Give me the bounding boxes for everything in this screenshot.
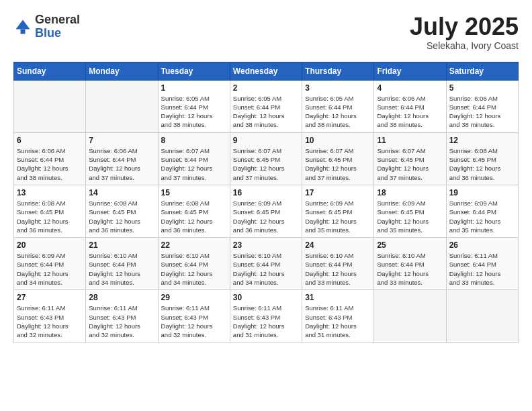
calendar-cell: 15 Sunrise: 6:08 AMSunset: 6:45 PMDaylig… xyxy=(158,185,230,237)
day-number: 27 xyxy=(17,293,83,302)
day-number: 20 xyxy=(17,240,83,250)
weekday-header-sunday: Sunday xyxy=(14,62,86,80)
calendar-cell: 20 Sunrise: 6:09 AMSunset: 6:44 PMDaylig… xyxy=(14,238,86,290)
page-header: General Blue July 2025 Selekaha, Ivory C… xyxy=(13,13,519,51)
day-info: Sunrise: 6:11 AMSunset: 6:43 PMDaylight:… xyxy=(161,304,213,338)
weekday-header-wednesday: Wednesday xyxy=(230,62,302,80)
day-info: Sunrise: 6:06 AMSunset: 6:44 PMDaylight:… xyxy=(377,95,429,129)
day-info: Sunrise: 6:08 AMSunset: 6:45 PMDaylight:… xyxy=(17,199,69,234)
calendar-cell: 5 Sunrise: 6:06 AMSunset: 6:44 PMDayligh… xyxy=(446,80,518,132)
day-info: Sunrise: 6:10 AMSunset: 6:44 PMDaylight:… xyxy=(305,252,357,286)
day-number: 8 xyxy=(161,136,227,145)
day-info: Sunrise: 6:10 AMSunset: 6:44 PMDaylight:… xyxy=(377,252,429,286)
calendar-cell xyxy=(374,290,446,342)
day-number: 4 xyxy=(377,83,443,93)
calendar-cell: 16 Sunrise: 6:09 AMSunset: 6:45 PMDaylig… xyxy=(230,185,302,237)
logo-blue: Blue xyxy=(35,26,61,40)
calendar-cell: 1 Sunrise: 6:05 AMSunset: 6:44 PMDayligh… xyxy=(158,80,230,132)
logo-icon xyxy=(13,17,32,36)
calendar-cell: 3 Sunrise: 6:05 AMSunset: 6:44 PMDayligh… xyxy=(302,80,374,132)
day-number: 1 xyxy=(161,83,227,93)
day-number: 24 xyxy=(305,240,371,250)
calendar-week-2: 6 Sunrise: 6:06 AMSunset: 6:44 PMDayligh… xyxy=(14,132,519,185)
day-number: 29 xyxy=(161,293,227,302)
weekday-header-thursday: Thursday xyxy=(302,62,374,80)
day-number: 12 xyxy=(449,136,515,145)
calendar-cell: 24 Sunrise: 6:10 AMSunset: 6:44 PMDaylig… xyxy=(302,238,374,290)
day-info: Sunrise: 6:07 AMSunset: 6:45 PMDaylight:… xyxy=(377,147,429,181)
svg-marker-0 xyxy=(16,19,30,29)
calendar-cell xyxy=(86,80,158,132)
day-info: Sunrise: 6:06 AMSunset: 6:44 PMDaylight:… xyxy=(89,147,140,181)
calendar-cell: 27 Sunrise: 6:11 AMSunset: 6:43 PMDaylig… xyxy=(14,290,86,342)
logo-general: General xyxy=(35,13,80,26)
calendar-cell: 17 Sunrise: 6:09 AMSunset: 6:45 PMDaylig… xyxy=(302,185,374,237)
day-number: 5 xyxy=(449,83,515,93)
day-info: Sunrise: 6:11 AMSunset: 6:43 PMDaylight:… xyxy=(89,304,140,338)
day-number: 25 xyxy=(377,240,443,250)
calendar-cell: 13 Sunrise: 6:08 AMSunset: 6:45 PMDaylig… xyxy=(14,185,86,237)
day-number: 17 xyxy=(305,188,371,197)
day-number: 9 xyxy=(233,136,299,145)
day-info: Sunrise: 6:09 AMSunset: 6:45 PMDaylight:… xyxy=(377,199,429,234)
calendar-cell: 21 Sunrise: 6:10 AMSunset: 6:44 PMDaylig… xyxy=(86,238,158,290)
day-info: Sunrise: 6:06 AMSunset: 6:44 PMDaylight:… xyxy=(17,147,69,181)
calendar-cell: 11 Sunrise: 6:07 AMSunset: 6:45 PMDaylig… xyxy=(374,132,446,185)
day-number: 22 xyxy=(161,240,227,250)
calendar-cell: 14 Sunrise: 6:08 AMSunset: 6:45 PMDaylig… xyxy=(86,185,158,237)
day-info: Sunrise: 6:07 AMSunset: 6:45 PMDaylight:… xyxy=(305,147,357,181)
day-number: 23 xyxy=(233,240,299,250)
day-info: Sunrise: 6:10 AMSunset: 6:44 PMDaylight:… xyxy=(89,252,140,286)
day-number: 10 xyxy=(305,136,371,145)
day-number: 19 xyxy=(449,188,515,197)
day-info: Sunrise: 6:10 AMSunset: 6:44 PMDaylight:… xyxy=(161,252,213,286)
calendar-cell: 31 Sunrise: 6:11 AMSunset: 6:43 PMDaylig… xyxy=(302,290,374,342)
day-number: 2 xyxy=(233,83,299,93)
day-info: Sunrise: 6:05 AMSunset: 6:44 PMDaylight:… xyxy=(233,95,285,129)
day-info: Sunrise: 6:07 AMSunset: 6:44 PMDaylight:… xyxy=(161,147,213,181)
day-number: 6 xyxy=(17,136,83,145)
month-title: July 2025 xyxy=(410,13,519,40)
day-info: Sunrise: 6:08 AMSunset: 6:45 PMDaylight:… xyxy=(449,147,501,181)
calendar-cell: 30 Sunrise: 6:11 AMSunset: 6:43 PMDaylig… xyxy=(230,290,302,342)
weekday-header-friday: Friday xyxy=(374,62,446,80)
calendar-cell: 23 Sunrise: 6:10 AMSunset: 6:44 PMDaylig… xyxy=(230,238,302,290)
day-number: 30 xyxy=(233,293,299,302)
weekday-header-saturday: Saturday xyxy=(446,62,518,80)
day-number: 11 xyxy=(377,136,443,145)
svg-rect-1 xyxy=(21,29,26,34)
day-info: Sunrise: 6:09 AMSunset: 6:45 PMDaylight:… xyxy=(233,199,285,234)
calendar-cell: 28 Sunrise: 6:11 AMSunset: 6:43 PMDaylig… xyxy=(86,290,158,342)
location-subtitle: Selekaha, Ivory Coast xyxy=(410,40,519,51)
calendar-week-4: 20 Sunrise: 6:09 AMSunset: 6:44 PMDaylig… xyxy=(14,238,519,290)
day-number: 31 xyxy=(305,293,371,302)
calendar-week-5: 27 Sunrise: 6:11 AMSunset: 6:43 PMDaylig… xyxy=(14,290,519,342)
day-info: Sunrise: 6:09 AMSunset: 6:45 PMDaylight:… xyxy=(305,199,357,234)
day-info: Sunrise: 6:11 AMSunset: 6:44 PMDaylight:… xyxy=(449,252,501,286)
day-number: 16 xyxy=(233,188,299,197)
day-info: Sunrise: 6:07 AMSunset: 6:45 PMDaylight:… xyxy=(233,147,285,181)
calendar-cell: 6 Sunrise: 6:06 AMSunset: 6:44 PMDayligh… xyxy=(14,132,86,185)
calendar-cell: 25 Sunrise: 6:10 AMSunset: 6:44 PMDaylig… xyxy=(374,238,446,290)
day-number: 18 xyxy=(377,188,443,197)
day-number: 14 xyxy=(89,188,154,197)
calendar-cell: 9 Sunrise: 6:07 AMSunset: 6:45 PMDayligh… xyxy=(230,132,302,185)
day-info: Sunrise: 6:10 AMSunset: 6:44 PMDaylight:… xyxy=(233,252,285,286)
calendar-cell: 7 Sunrise: 6:06 AMSunset: 6:44 PMDayligh… xyxy=(86,132,158,185)
day-info: Sunrise: 6:05 AMSunset: 6:44 PMDaylight:… xyxy=(305,95,357,129)
weekday-header-row: SundayMondayTuesdayWednesdayThursdayFrid… xyxy=(14,62,519,80)
calendar-cell: 4 Sunrise: 6:06 AMSunset: 6:44 PMDayligh… xyxy=(374,80,446,132)
day-info: Sunrise: 6:09 AMSunset: 6:44 PMDaylight:… xyxy=(449,199,501,234)
day-number: 3 xyxy=(305,83,371,93)
calendar-cell: 29 Sunrise: 6:11 AMSunset: 6:43 PMDaylig… xyxy=(158,290,230,342)
weekday-header-monday: Monday xyxy=(86,62,158,80)
day-number: 26 xyxy=(449,240,515,250)
day-info: Sunrise: 6:05 AMSunset: 6:44 PMDaylight:… xyxy=(161,95,213,129)
day-info: Sunrise: 6:11 AMSunset: 6:43 PMDaylight:… xyxy=(233,304,285,338)
calendar-cell: 10 Sunrise: 6:07 AMSunset: 6:45 PMDaylig… xyxy=(302,132,374,185)
day-info: Sunrise: 6:11 AMSunset: 6:43 PMDaylight:… xyxy=(305,304,357,338)
day-info: Sunrise: 6:11 AMSunset: 6:43 PMDaylight:… xyxy=(17,304,69,338)
day-info: Sunrise: 6:06 AMSunset: 6:44 PMDaylight:… xyxy=(449,95,501,129)
day-number: 15 xyxy=(161,188,227,197)
day-number: 21 xyxy=(89,240,154,250)
